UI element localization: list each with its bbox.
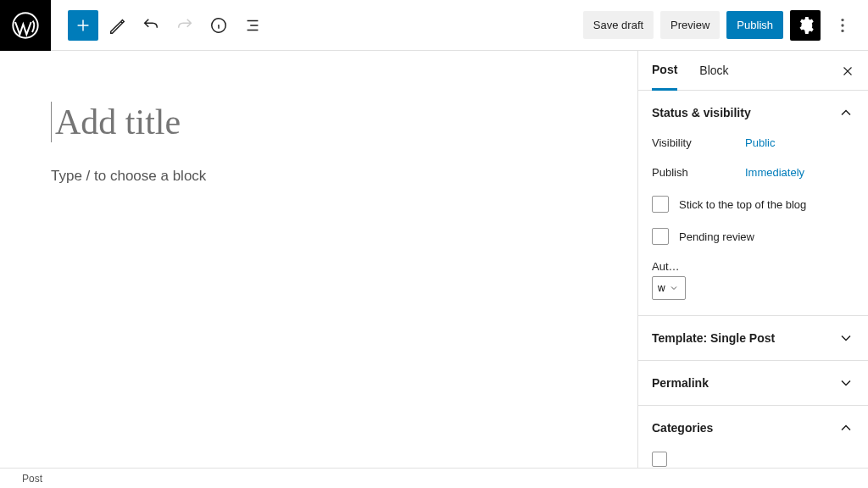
author-label: Aut… <box>652 260 854 273</box>
wordpress-logo[interactable] <box>0 0 51 51</box>
pending-checkbox[interactable] <box>652 228 669 245</box>
settings-button[interactable] <box>790 10 821 41</box>
breadcrumb-bar: Post <box>0 468 868 488</box>
pending-label: Pending review <box>679 230 754 243</box>
chevron-down-icon <box>837 330 854 347</box>
author-select[interactable]: w <box>652 276 686 300</box>
publish-label: Publish <box>652 166 745 179</box>
panel-heading: Categories <box>652 421 713 435</box>
author-value: w <box>658 282 665 294</box>
chevron-up-icon <box>837 419 854 436</box>
more-options-button[interactable] <box>827 10 858 41</box>
editor-canvas[interactable]: Type / to choose a block <box>0 51 637 468</box>
breadcrumb[interactable]: Post <box>22 473 42 485</box>
panel-toggle-status[interactable]: Status & visibility <box>638 91 868 135</box>
post-title-input[interactable] <box>51 102 475 142</box>
panel-toggle-permalink[interactable]: Permalink <box>638 361 868 405</box>
add-block-button[interactable] <box>68 10 98 41</box>
sticky-label: Stick to the top of the blog <box>679 198 806 211</box>
tools-button[interactable] <box>102 10 132 41</box>
undo-button[interactable] <box>136 10 166 41</box>
publish-value[interactable]: Immediately <box>745 166 804 179</box>
content-placeholder[interactable]: Type / to choose a block <box>51 168 637 185</box>
panel-toggle-categories[interactable]: Categories <box>638 406 868 450</box>
redo-button[interactable] <box>170 10 200 41</box>
sticky-checkbox[interactable] <box>652 196 669 213</box>
close-sidebar-button[interactable] <box>837 61 858 81</box>
panel-heading: Permalink <box>652 376 709 390</box>
panel-heading: Status & visibility <box>652 106 751 119</box>
svg-point-4 <box>841 29 843 31</box>
preview-button[interactable]: Preview <box>660 11 720 39</box>
panel-heading: Template: Single Post <box>652 331 775 345</box>
chevron-down-icon <box>837 374 854 391</box>
visibility-value[interactable]: Public <box>745 136 775 149</box>
visibility-label: Visibility <box>652 136 745 149</box>
chevron-up-icon <box>837 104 854 121</box>
category-checkbox[interactable] <box>652 452 667 467</box>
chevron-down-icon <box>669 283 679 293</box>
svg-point-2 <box>841 18 843 20</box>
tab-post[interactable]: Post <box>652 51 677 91</box>
save-draft-button[interactable]: Save draft <box>583 11 654 39</box>
svg-point-3 <box>841 24 843 26</box>
publish-button[interactable]: Publish <box>726 11 783 39</box>
outline-button[interactable] <box>237 10 268 41</box>
panel-toggle-template[interactable]: Template: Single Post <box>638 316 868 360</box>
tab-block[interactable]: Block <box>699 52 728 89</box>
info-button[interactable] <box>203 10 234 41</box>
settings-sidebar: Post Block Status & visibility Visibilit… <box>637 51 868 468</box>
